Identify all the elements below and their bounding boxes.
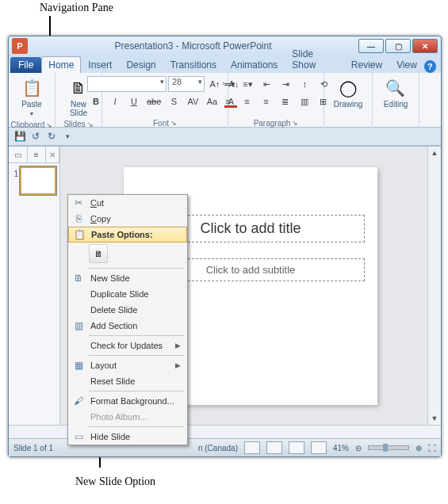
justify-button[interactable]: ≣ [277,94,294,109]
cm-duplicate-slide[interactable]: Duplicate Slide [68,286,187,302]
context-menu: ✂ Cut ⎘ Copy 📋 Paste Options: 🗎 🗎 New Sl… [67,194,188,445]
bullets-button[interactable]: ≔▾ [220,76,238,92]
zoom-out-button[interactable]: ⊖ [355,444,362,452]
zoom-slider[interactable] [368,445,409,450]
slide-thumbnail-1[interactable]: 1 [10,166,58,195]
tab-view[interactable]: View [389,56,424,73]
vertical-scrollbar[interactable]: ▲ ▼ [427,147,441,425]
group-paragraph-label: Paragraph↘ [254,117,299,128]
qat-save-icon[interactable]: 💾 [13,130,26,143]
cm-hide-slide[interactable]: ▭ Hide Slide [68,429,187,445]
dec-indent-button[interactable]: ⇤ [258,76,276,92]
chevron-right-icon: ▶ [175,342,181,349]
font-size-select[interactable]: 28 [168,76,205,92]
line-spacing-button[interactable]: ↕ [297,76,314,92]
separator [89,391,184,391]
tab-insert[interactable]: Insert [81,56,119,73]
paste-keep-source-button[interactable]: 🗎 [89,244,108,263]
cm-new-slide[interactable]: 🗎 New Slide [68,270,187,286]
char-spacing-button[interactable]: AV [184,94,201,109]
cm-check-updates[interactable]: Check for Updates ▶ [68,338,187,353]
slide-number: 1 [10,166,18,195]
status-slide: Slide 1 of 1 [13,444,53,452]
cm-cut[interactable]: ✂ Cut [68,195,187,211]
section-icon: ▥ [71,319,86,332]
navpane-close-icon[interactable]: ✕ [46,147,59,162]
navigation-pane: ▭ ≡ ✕ 1 [9,147,60,425]
group-font-label: Font↘ [153,117,177,128]
hide-icon: ▭ [71,430,86,443]
columns-button[interactable]: ▥ [296,94,313,109]
separator [89,335,184,336]
font-color-button[interactable]: A [222,94,239,109]
help-icon[interactable]: ? [424,60,436,73]
cm-copy[interactable]: ⎘ Copy [68,211,187,227]
zoom-level: 41% [333,444,349,452]
cm-photo-album: Photo Album... [68,409,187,425]
bold-button[interactable]: B [87,94,105,109]
tab-slideshow[interactable]: Slide Show [285,45,343,73]
cm-layout[interactable]: ▦ Layout ▶ [68,357,187,373]
tab-design[interactable]: Design [119,56,163,73]
layout-icon: ▦ [71,359,86,372]
qat-redo-icon[interactable]: ↻ [45,130,58,143]
font-family-select[interactable] [87,76,167,92]
drawing-button[interactable]: ◯ Drawing [330,74,367,111]
zoom-in-button[interactable]: ⊕ [415,444,422,452]
underline-button[interactable]: U [125,94,143,109]
separator [89,268,184,269]
tab-animations[interactable]: Animations [224,56,285,73]
paste-options-row: 🗎 [68,242,187,266]
align-center-button[interactable]: ≡ [239,94,256,109]
copy-icon: ⎘ [71,212,86,225]
find-icon: 🔍 [385,77,407,99]
change-case-button[interactable]: Aa [203,94,220,109]
tab-home[interactable]: Home [41,56,81,73]
close-button[interactable]: ✕ [412,39,438,53]
view-normal-button[interactable] [244,441,260,454]
view-slideshow-button[interactable] [311,441,327,454]
scroll-up-icon[interactable]: ▲ [428,147,441,159]
cm-reset-slide[interactable]: Reset Slide [68,373,187,389]
qat-dropdown-icon[interactable]: ▾ [61,130,74,143]
fit-to-window-button[interactable]: ⛶ [428,444,436,452]
paste-button[interactable]: 📋 Paste▾ [17,74,47,120]
status-language[interactable]: n (Canada) [198,444,238,452]
strike-button[interactable]: abe [144,94,163,109]
paste-icon: 📋 [72,228,86,241]
cm-paste-options[interactable]: 📋 Paste Options: [68,227,187,242]
chevron-right-icon: ▶ [175,361,181,369]
cm-add-section[interactable]: ▥ Add Section [68,318,187,334]
file-tab[interactable]: File [10,57,41,73]
view-sorter-button[interactable] [266,441,282,454]
navtab-outline-icon[interactable]: ≡ [28,147,47,162]
inc-indent-button[interactable]: ⇥ [278,76,295,92]
separator [89,426,184,427]
maximize-button[interactable]: ▢ [385,39,411,53]
cm-delete-slide[interactable]: Delete Slide [68,302,187,318]
quick-access: 💾 ↺ ↻ ▾ [9,128,441,146]
app-icon: P [12,38,28,54]
view-reading-button[interactable] [289,441,304,454]
titlebar: P Presentation3 - Microsoft PowerPoint —… [9,36,441,55]
editing-button[interactable]: 🔍 Editing [380,74,412,111]
cm-format-background[interactable]: 🖌 Format Background... [68,393,187,409]
ribbon: 📋 Paste▾ Clipboard↘ 🗎 New Slide Slides↘ … [9,73,441,128]
format-icon: 🖌 [71,395,86,407]
align-right-button[interactable]: ≡ [258,94,275,109]
italic-button[interactable]: I [106,94,124,109]
scissors-icon: ✂ [71,197,86,209]
scroll-down-icon[interactable]: ▼ [428,412,441,425]
separator [89,355,184,356]
numbering-button[interactable]: ≡▾ [239,76,257,92]
navtab-slides-icon[interactable]: ▭ [9,147,28,162]
shadow-button[interactable]: S [165,94,182,109]
tab-review[interactable]: Review [344,56,389,73]
new-slide-icon: 🗎 [71,272,86,284]
minimize-button[interactable]: — [358,39,384,53]
qat-undo-icon[interactable]: ↺ [29,130,42,143]
tab-transitions[interactable]: Transitions [163,56,224,73]
clipboard-icon: 📋 [21,77,43,99]
new-slide-icon: 🗎 [67,77,90,99]
annotation-newslide: New Slide Option [75,475,155,488]
